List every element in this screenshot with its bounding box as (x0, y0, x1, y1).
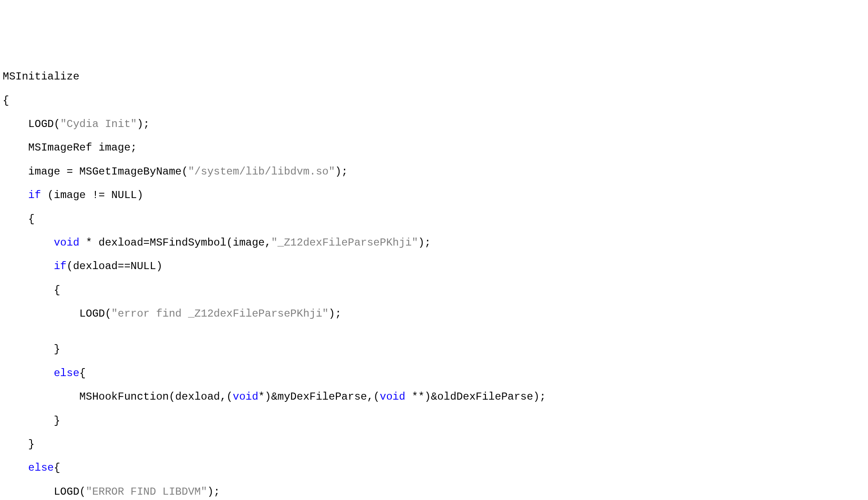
string-literal: "/system/lib/libdvm.so" (188, 166, 335, 178)
brace-open: { (3, 284, 60, 296)
brace-open: { (3, 95, 9, 107)
code-line: void * dexload=MSFindSymbol(image,"_Z12d… (3, 237, 865, 249)
code-line: } (3, 344, 865, 356)
brace-close: } (3, 438, 35, 450)
keyword-void: void (54, 237, 79, 249)
brace-open: { (3, 213, 35, 225)
code-line: LOGD("ERROR FIND LIBDVM"); (3, 486, 865, 498)
code-line: LOGD("error find _Z12dexFileParsePKhji")… (3, 308, 865, 320)
code-line: LOGD("Cydia Init"); (3, 119, 865, 131)
code-line: MSInitialize (3, 71, 865, 83)
keyword-if: if (54, 260, 67, 272)
code-line: if (image != NULL) (3, 190, 865, 202)
code-line: } (3, 415, 865, 427)
code-line: MSHookFunction(dexload,(void*)&myDexFile… (3, 391, 865, 403)
brace-close: } (3, 343, 60, 355)
keyword-void: void (233, 391, 258, 403)
keyword-else: else (28, 462, 54, 474)
code-line: { (3, 285, 865, 297)
code-line: { (3, 95, 865, 107)
code-editor[interactable]: MSInitialize { LOGD("Cydia Init"); MSIma… (0, 60, 868, 500)
string-literal: "ERROR FIND LIBDVM" (86, 486, 207, 498)
code-line: else{ (3, 462, 865, 474)
keyword-if: if (28, 189, 41, 201)
code-line: { (3, 214, 865, 226)
identifier: MSInitialize (3, 71, 79, 83)
code-line: image = MSGetImageByName("/system/lib/li… (3, 166, 865, 178)
keyword-void: void (380, 391, 406, 403)
code-line: } (3, 439, 865, 451)
string-literal: "_Z12dexFileParsePKhji" (271, 237, 418, 249)
brace-close: } (3, 415, 60, 427)
code-line: if(dexload==NULL) (3, 261, 865, 273)
code-line: MSImageRef image; (3, 142, 865, 154)
keyword-else: else (54, 367, 79, 379)
code-line: else{ (3, 368, 865, 380)
string-literal: "error find _Z12dexFileParsePKhji" (111, 308, 329, 320)
string-literal: "Cydia Init" (60, 118, 137, 130)
